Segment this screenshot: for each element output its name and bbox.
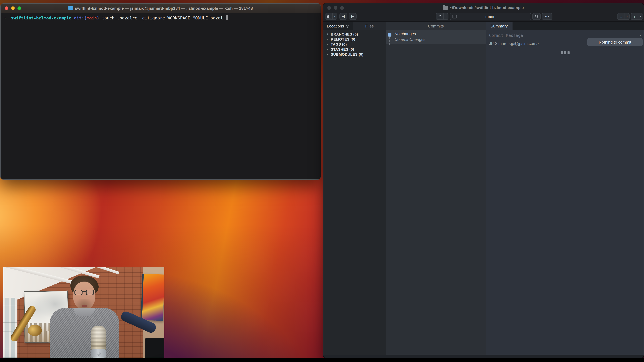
- sidebar-item-label: REMOTES (0): [331, 37, 355, 41]
- current-branch-field[interactable]: main: [450, 13, 531, 20]
- sidebar-item-tags[interactable]: ▸ TAGS (0): [323, 41, 386, 46]
- terminal-title: swiftlint-bzlmod-example — jsimard@jsima…: [1, 4, 321, 13]
- pull-down-arrow-icon: ↓: [618, 13, 625, 19]
- sidebar-item-label: BRANCHES (0): [331, 32, 358, 36]
- disclosure-triangle-icon[interactable]: ▸: [326, 53, 329, 55]
- back-button[interactable]: ◀: [340, 13, 347, 20]
- tab-locations-label: Locations: [327, 24, 344, 28]
- folder-proxy-icon: [443, 6, 448, 9]
- chevron-down-icon[interactable]: ▾: [625, 13, 629, 19]
- ellipsis-icon: •••: [545, 15, 549, 18]
- git-content: ▾ BRANCHES (0) ▸ REMOTES (0) ▸ TAGS (0) …: [323, 30, 644, 355]
- git-titlebar[interactable]: ~/Downloads/swiftlint-bzlmod-example: [323, 3, 644, 12]
- commit-list-icon: [436, 13, 444, 19]
- commit-row-title: No changes: [394, 31, 416, 36]
- terminal-cursor: [226, 15, 228, 20]
- push-up-arrow-icon: ↑: [631, 13, 638, 19]
- prompt-arrow: ➜: [3, 15, 6, 20]
- sidebar-item-remotes[interactable]: ▸ REMOTES (0): [323, 36, 386, 41]
- chevron-down-icon[interactable]: ▾: [444, 13, 448, 19]
- folder-proxy-icon: [68, 6, 73, 10]
- webcam-vignette: [3, 267, 164, 358]
- commit-graph-line: [390, 37, 390, 45]
- branch-name: main: [457, 14, 522, 19]
- sidebar-layout-icon: [325, 13, 332, 19]
- pane-header-row: Locations Files Commits Summary: [323, 22, 644, 31]
- disclosure-triangle-icon[interactable]: ▸: [326, 43, 329, 45]
- forward-icon: ▶: [351, 15, 354, 18]
- search-icon: [534, 14, 538, 18]
- tab-summary-label: Summary: [490, 24, 508, 28]
- terminal-title-text: swiftlint-bzlmod-example — jsimard@jsima…: [75, 6, 253, 10]
- pull-button[interactable]: ↓ ▾: [617, 13, 630, 20]
- chevron-down-icon[interactable]: ▾: [332, 13, 337, 19]
- sidebar-item-label: STASHES (0): [331, 47, 354, 51]
- disclosure-triangle-icon[interactable]: ▾: [326, 33, 329, 35]
- typed-command: touch .bazelrc .gitignore WORKSPACE MODU…: [102, 15, 223, 20]
- disclosure-triangle-icon[interactable]: ▸: [326, 38, 329, 40]
- commit-message-input[interactable]: Commit Message: [489, 33, 523, 38]
- terminal-window[interactable]: swiftlint-bzlmod-example — jsimard@jsima…: [0, 3, 321, 180]
- letterbox-bar: [0, 358, 644, 362]
- prompt-directory: swiftlint-bzlmod-example: [11, 15, 72, 20]
- git-window-title-text: ~/Downloads/swiftlint-bzlmod-example: [450, 5, 524, 10]
- summary-pane: Commit Message ▾ JP Simard <jp@jpsim.com…: [486, 30, 644, 355]
- desktop: swiftlint-bzlmod-example — jsimard@jsima…: [0, 0, 644, 362]
- terminal-content[interactable]: ➜ swiftlint-bzlmod-example git:(main) to…: [1, 13, 321, 23]
- chevron-down-icon[interactable]: ▾: [640, 34, 641, 37]
- tab-summary[interactable]: Summary: [486, 22, 512, 30]
- commit-button[interactable]: Nothing to commit: [587, 38, 643, 46]
- sidebar-item-branches[interactable]: ▾ BRANCHES (0): [323, 31, 386, 36]
- locations-sidebar[interactable]: ▾ BRANCHES (0) ▸ REMOTES (0) ▸ TAGS (0) …: [323, 30, 386, 355]
- commits-pane-header: Commits: [386, 22, 486, 30]
- prompt-git-prefix: git:(: [74, 15, 87, 20]
- search-button[interactable]: [532, 13, 541, 20]
- webcam-overlay: [3, 267, 164, 358]
- git-toolbar: ▾ ◀ ▶ ▾ main: [323, 12, 644, 22]
- sidebar-item-submodules[interactable]: ▸ SUBMODULES (0): [323, 52, 386, 57]
- prompt-branch: main: [87, 15, 97, 20]
- sidebar-item-label: SUBMODULES (0): [331, 52, 364, 56]
- commit-node-icon: [388, 33, 392, 36]
- toggle-sidebar-button[interactable]: ▾: [325, 13, 337, 20]
- working-copy-row[interactable]: No changes Commit Changes: [386, 30, 486, 44]
- sidebar-item-stashes[interactable]: ▸ STASHES (0): [323, 46, 386, 52]
- git-client-window[interactable]: ~/Downloads/swiftlint-bzlmod-example ▾ ◀…: [323, 3, 644, 358]
- header-spacer: [512, 22, 644, 30]
- commits-header-label: Commits: [428, 24, 444, 28]
- sidebar-item-label: TAGS (0): [331, 42, 347, 46]
- tab-locations[interactable]: Locations: [323, 22, 353, 30]
- prompt-git-suffix: ): [97, 15, 99, 20]
- commit-options-button[interactable]: ▾: [436, 13, 448, 20]
- disclosure-triangle-icon[interactable]: ▸: [326, 48, 329, 50]
- commits-pane[interactable]: No changes Commit Changes: [386, 30, 486, 355]
- commit-row-subtitle: Commit Changes: [394, 37, 426, 42]
- git-window-title: ~/Downloads/swiftlint-bzlmod-example: [323, 3, 644, 12]
- terminal-prompt-icon: [452, 14, 457, 18]
- more-options-button[interactable]: •••: [542, 13, 552, 20]
- tab-files-label: Files: [365, 24, 374, 28]
- terminal-titlebar[interactable]: swiftlint-bzlmod-example — jsimard@jsima…: [1, 4, 321, 13]
- push-button[interactable]: ↑ ▾: [630, 13, 643, 20]
- commit-author: JP Simard <jp@jpsim.com>: [489, 41, 539, 46]
- back-icon: ◀: [342, 15, 344, 18]
- tab-files[interactable]: Files: [353, 22, 386, 30]
- filter-funnel-icon: [346, 24, 349, 28]
- forward-button[interactable]: ▶: [349, 13, 356, 20]
- chevron-down-icon[interactable]: ▾: [638, 13, 643, 19]
- resize-grip-icon[interactable]: [486, 51, 644, 54]
